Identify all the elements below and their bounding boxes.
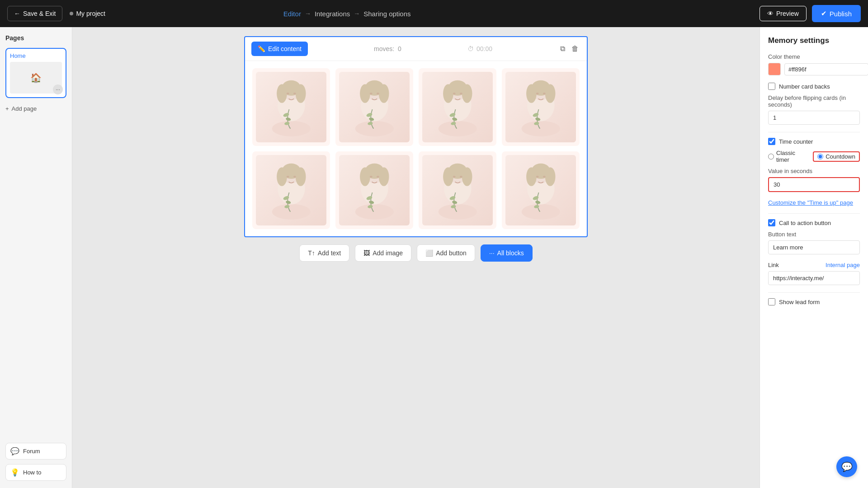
nav-step-integrations[interactable]: Integrations — [315, 10, 350, 18]
settings-title: Memory settings — [768, 36, 860, 45]
all-blocks-button[interactable]: ··· All blocks — [481, 244, 533, 262]
svg-point-31 — [453, 93, 456, 94]
countdown-radio[interactable] — [817, 154, 823, 160]
memory-card-8[interactable] — [502, 151, 580, 229]
customize-link[interactable]: Customize the "Time is up" page — [768, 199, 860, 206]
add-image-button[interactable]: 🖼 Add image — [355, 244, 411, 262]
home-icon: 🏠 — [30, 72, 42, 83]
memory-card-7[interactable] — [419, 151, 496, 229]
check-icon: ✔ — [821, 9, 827, 18]
timer-type-group: Classic timer Countdown — [768, 150, 860, 163]
divider-2 — [768, 213, 860, 214]
timer-value: 00:00 — [476, 45, 492, 52]
dot-icon — [70, 12, 73, 15]
link-input[interactable] — [768, 271, 860, 285]
internal-page-link[interactable]: Internal page — [826, 262, 860, 268]
countdown-option[interactable]: Countdown — [813, 151, 860, 162]
edit-content-button[interactable]: ✏️ Edit content — [251, 42, 308, 56]
memory-card-4[interactable] — [502, 68, 580, 146]
nav-steps: Editor → Integrations → Sharing options — [283, 10, 411, 18]
card-figure-2 — [339, 72, 410, 142]
forum-icon: 💬 — [10, 447, 19, 455]
nav-step-editor[interactable]: Editor — [283, 10, 301, 18]
color-swatch[interactable] — [768, 63, 781, 75]
color-input[interactable] — [784, 63, 868, 75]
color-row — [768, 63, 860, 75]
chat-fab[interactable]: 💬 — [836, 456, 857, 477]
svg-point-29 — [443, 84, 453, 103]
svg-point-0 — [272, 121, 310, 136]
copy-button[interactable]: ⧉ — [558, 43, 567, 55]
memory-card-5[interactable] — [252, 151, 330, 229]
edit-content-label: Edit content — [268, 45, 302, 52]
svg-point-19 — [370, 93, 373, 94]
delete-button[interactable]: 🗑 — [570, 43, 580, 55]
call-to-action-checkbox[interactable] — [768, 219, 775, 226]
svg-point-65 — [360, 167, 370, 186]
add-button-button[interactable]: ⬜ Add button — [417, 244, 475, 262]
color-theme-label: Color theme — [768, 53, 860, 60]
show-lead-form-label: Show lead form — [779, 299, 820, 305]
call-to-action-row: Call to action button — [768, 219, 860, 226]
memory-card-1[interactable] — [252, 68, 330, 146]
time-counter-checkbox[interactable] — [768, 138, 775, 145]
value-seconds-label: Value in seconds — [768, 168, 860, 174]
memory-card-2[interactable] — [335, 68, 413, 146]
save-exit-button[interactable]: ← Save & Exit — [7, 6, 62, 21]
button-text-label: Button text — [768, 231, 860, 238]
page-card-home[interactable]: Home 🏠 ··· — [5, 48, 66, 98]
countdown-label: Countdown — [826, 153, 855, 160]
project-name-text: My project — [76, 10, 105, 17]
add-image-label: Add image — [373, 249, 403, 257]
svg-point-79 — [453, 176, 456, 178]
sidebar-forum-item[interactable]: 💬 Forum — [5, 443, 66, 460]
svg-point-60 — [355, 204, 393, 219]
preview-label: Preview — [776, 10, 799, 17]
nav-step-sharing[interactable]: Sharing options — [363, 10, 410, 18]
svg-point-8 — [293, 93, 296, 94]
show-lead-form-row: Show lead form — [768, 298, 860, 305]
svg-point-5 — [277, 84, 287, 103]
classic-timer-option[interactable]: Classic timer — [768, 150, 806, 163]
add-page-button[interactable]: + Add page — [5, 105, 66, 112]
button-text-setting: Button text — [768, 231, 860, 254]
svg-point-12 — [355, 121, 393, 136]
time-counter-row: Time counter — [768, 138, 860, 145]
delay-label: Delay before flipping cards (in seconds) — [768, 94, 860, 108]
svg-point-36 — [521, 121, 560, 136]
delay-input[interactable] — [768, 111, 860, 125]
card-figure-4 — [505, 72, 576, 142]
dots-icon: ··· — [489, 249, 495, 257]
button-text-input[interactable] — [768, 240, 860, 254]
canvas-toolbar: ✏️ Edit content moves: 0 ⏱ 00:00 ⧉ 🗑 — [245, 37, 587, 61]
show-lead-form-checkbox[interactable] — [768, 298, 775, 305]
add-text-button[interactable]: T↑ Add text — [299, 244, 349, 262]
add-blocks-bar: T↑ Add text 🖼 Add image ⬜ Add button ···… — [299, 244, 532, 262]
sidebar-howto-item[interactable]: 💡 How to — [5, 464, 66, 481]
pencil-icon: ✏️ — [258, 45, 265, 52]
memory-card-3[interactable] — [419, 68, 496, 146]
page-options-button[interactable]: ··· — [53, 84, 63, 94]
classic-timer-radio[interactable] — [768, 154, 774, 160]
top-nav: ← Save & Exit My project Editor → Integr… — [0, 0, 868, 27]
value-seconds-setting: Value in seconds — [768, 168, 860, 192]
value-seconds-input[interactable] — [768, 177, 860, 192]
publish-button[interactable]: ✔ Publish — [812, 5, 861, 22]
card-figure-8 — [505, 155, 576, 225]
preview-button[interactable]: 👁 Preview — [760, 6, 807, 21]
svg-point-18 — [378, 84, 389, 103]
forum-label: Forum — [23, 448, 40, 455]
canvas-stats: moves: 0 — [374, 45, 401, 52]
sidebar-bottom: 💬 Forum 💡 How to — [5, 443, 66, 481]
arrow-1: → — [305, 10, 311, 17]
time-counter-label: Time counter — [779, 138, 813, 145]
memory-card-6[interactable] — [335, 151, 413, 229]
moves-label: moves: — [374, 45, 394, 52]
plus-icon: + — [5, 105, 9, 112]
svg-point-20 — [377, 93, 379, 94]
color-theme-setting: Color theme — [768, 53, 860, 75]
number-card-backs-checkbox[interactable] — [768, 83, 775, 90]
svg-point-43 — [536, 93, 539, 94]
svg-point-24 — [438, 121, 476, 136]
svg-point-72 — [438, 204, 476, 219]
